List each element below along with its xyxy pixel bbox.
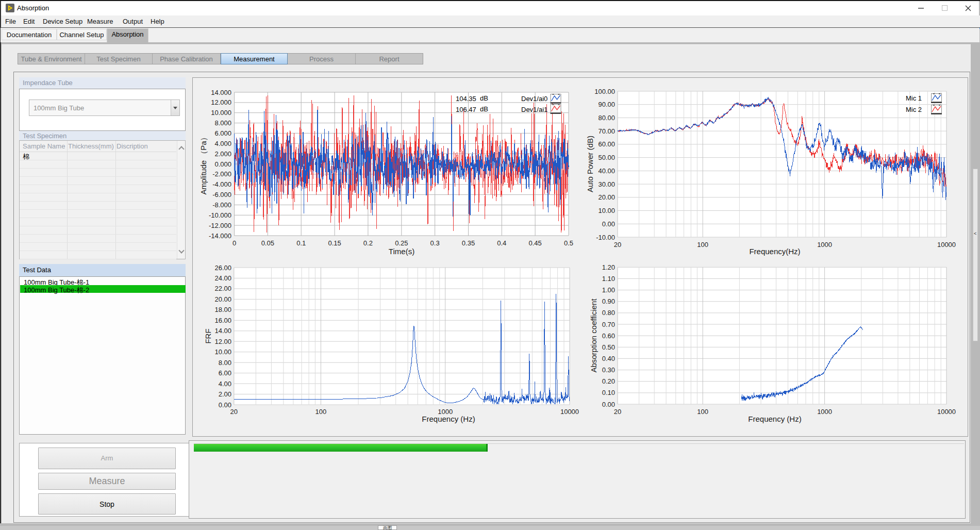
svg-text:22.00: 22.00 xyxy=(214,285,231,292)
svg-text:60.00: 60.00 xyxy=(598,140,615,148)
svg-text:0.60: 0.60 xyxy=(602,332,615,340)
svg-text:8.00: 8.00 xyxy=(219,359,231,367)
svg-text:0.1: 0.1 xyxy=(296,239,306,247)
svg-text:12.000: 12.000 xyxy=(211,98,231,106)
svg-text:Absorption coefficient: Absorption coefficient xyxy=(589,299,598,373)
svg-text:0.40: 0.40 xyxy=(602,355,615,362)
svg-text:0.90: 0.90 xyxy=(602,297,615,305)
svg-text:Mic 2: Mic 2 xyxy=(906,106,922,113)
svg-text:18.00: 18.00 xyxy=(214,306,231,313)
svg-text:16.00: 16.00 xyxy=(214,317,231,324)
svg-text:100: 100 xyxy=(697,408,708,416)
svg-text:Amplitude （Pa）: Amplitude （Pa） xyxy=(199,133,208,194)
svg-text:2.000: 2.000 xyxy=(214,150,231,158)
svg-text:0.00: 0.00 xyxy=(602,401,615,408)
svg-text:0.70: 0.70 xyxy=(602,321,615,328)
svg-text:Dev1/ai0: Dev1/ai0 xyxy=(521,95,547,103)
svg-text:0.2: 0.2 xyxy=(363,239,373,247)
svg-text:-8.000: -8.000 xyxy=(212,201,231,209)
svg-text:104.35: 104.35 xyxy=(456,95,476,103)
svg-text:10.00: 10.00 xyxy=(214,348,231,356)
svg-text:0: 0 xyxy=(232,239,236,247)
svg-text:20: 20 xyxy=(614,408,621,416)
svg-text:-14.000: -14.000 xyxy=(209,232,231,240)
svg-text:1000: 1000 xyxy=(817,241,832,249)
svg-text:1000: 1000 xyxy=(817,408,832,416)
svg-text:8.000: 8.000 xyxy=(214,119,231,127)
svg-text:50.00: 50.00 xyxy=(598,154,615,161)
svg-text:dB: dB xyxy=(480,105,488,113)
svg-text:0.30: 0.30 xyxy=(602,366,615,374)
svg-text:10000: 10000 xyxy=(937,408,956,416)
svg-text:26.00: 26.00 xyxy=(214,264,231,272)
svg-text:40.00: 40.00 xyxy=(598,167,615,175)
svg-text:30.00: 30.00 xyxy=(598,180,615,188)
svg-text:FRF: FRF xyxy=(204,328,212,343)
svg-text:-10.00: -10.00 xyxy=(596,234,615,241)
svg-text:1.00: 1.00 xyxy=(602,286,615,294)
svg-text:100: 100 xyxy=(697,241,708,249)
svg-text:0.000: 0.000 xyxy=(214,160,231,168)
svg-text:Frequency(Hz): Frequency(Hz) xyxy=(749,247,800,256)
svg-text:Auto Power (dB): Auto Power (dB) xyxy=(586,136,594,192)
svg-text:10.000: 10.000 xyxy=(211,109,231,117)
svg-text:90.00: 90.00 xyxy=(598,101,615,108)
svg-text:0.4: 0.4 xyxy=(497,239,506,247)
svg-text:80.00: 80.00 xyxy=(598,114,615,122)
svg-text:100: 100 xyxy=(315,408,327,416)
svg-text:0.05: 0.05 xyxy=(261,239,274,247)
svg-text:dB: dB xyxy=(480,94,488,102)
svg-text:14.00: 14.00 xyxy=(214,327,231,335)
svg-text:0.25: 0.25 xyxy=(395,239,408,247)
svg-text:0.10: 0.10 xyxy=(602,389,615,396)
svg-text:Frequency (Hz): Frequency (Hz) xyxy=(748,415,801,423)
svg-text:0.15: 0.15 xyxy=(328,239,341,247)
svg-text:-10.000: -10.000 xyxy=(209,211,231,219)
svg-text:70.00: 70.00 xyxy=(598,127,615,135)
svg-text:20.00: 20.00 xyxy=(598,193,615,201)
svg-text:Frequency (Hz): Frequency (Hz) xyxy=(422,415,475,423)
svg-text:2.00: 2.00 xyxy=(219,390,231,398)
svg-text:6.00: 6.00 xyxy=(219,369,231,377)
svg-text:106.47: 106.47 xyxy=(456,106,476,113)
svg-text:0.3: 0.3 xyxy=(430,239,440,247)
svg-text:-12.000: -12.000 xyxy=(209,222,231,229)
svg-text:Mic 1: Mic 1 xyxy=(906,94,922,102)
svg-text:12.00: 12.00 xyxy=(214,338,231,345)
svg-text:0.45: 0.45 xyxy=(528,239,541,247)
svg-text:0.80: 0.80 xyxy=(602,309,615,317)
svg-text:4.000: 4.000 xyxy=(214,140,231,147)
svg-text:-6.000: -6.000 xyxy=(212,191,231,198)
svg-text:20: 20 xyxy=(230,408,238,416)
svg-text:0.00: 0.00 xyxy=(602,220,615,228)
svg-text:24.00: 24.00 xyxy=(214,274,231,282)
svg-text:0.00: 0.00 xyxy=(219,401,231,409)
svg-text:0.50: 0.50 xyxy=(602,343,615,351)
svg-text:0.35: 0.35 xyxy=(462,239,475,247)
svg-text:-4.000: -4.000 xyxy=(212,180,231,188)
svg-text:-2.000: -2.000 xyxy=(212,170,231,178)
svg-text:1.10: 1.10 xyxy=(602,275,615,283)
svg-text:10.00: 10.00 xyxy=(598,207,615,214)
svg-text:4.00: 4.00 xyxy=(219,380,231,388)
svg-text:Dev1/ai1: Dev1/ai1 xyxy=(521,106,547,113)
svg-text:10000: 10000 xyxy=(937,241,956,249)
svg-text:Time(s): Time(s) xyxy=(389,247,414,256)
svg-text:10000: 10000 xyxy=(560,408,579,416)
svg-text:0.20: 0.20 xyxy=(602,377,615,385)
svg-text:14.000: 14.000 xyxy=(211,89,231,96)
svg-text:20: 20 xyxy=(614,241,621,249)
svg-text:100.00: 100.00 xyxy=(594,88,615,95)
svg-text:20.00: 20.00 xyxy=(214,295,231,303)
svg-text:1.20: 1.20 xyxy=(602,263,615,271)
svg-text:6.000: 6.000 xyxy=(214,129,231,137)
svg-text:0.5: 0.5 xyxy=(564,239,573,247)
